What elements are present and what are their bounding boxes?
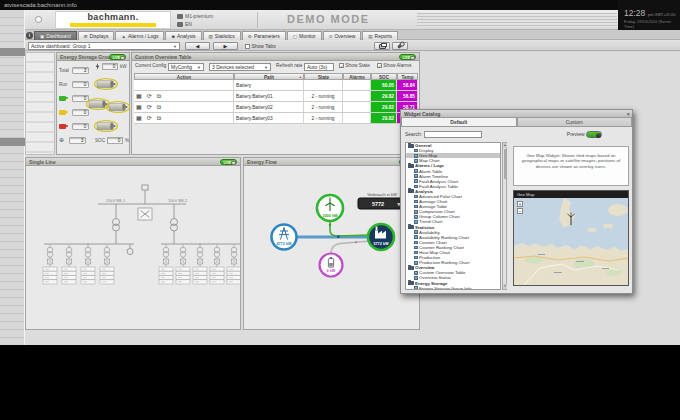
column-header-alarms[interactable]: Alarms [343, 73, 371, 80]
dashboard-next-button[interactable]: ▶ [213, 42, 238, 50]
action-cell: ▦⟳⧉ [134, 91, 234, 101]
panel-title: Energy Flow [247, 159, 277, 165]
widget-icon [414, 215, 418, 219]
battery-node[interactable]: 0 kW [320, 254, 343, 277]
tab-overview[interactable]: ⊙Overview [323, 31, 362, 40]
language-label[interactable]: EN [185, 21, 192, 27]
bus2-label: 20kV BB-2 [168, 198, 188, 203]
column-header-state[interactable]: State [304, 73, 343, 80]
tab-default[interactable]: Default [401, 118, 517, 127]
widget-icon [414, 149, 418, 153]
config-select[interactable]: MyConfig▼ [168, 63, 204, 71]
search-input[interactable] [424, 131, 482, 138]
tab-label: Monitor [299, 33, 316, 39]
checkbox-icon[interactable] [245, 44, 250, 49]
path-cell: Battery.Battery03 [234, 113, 304, 123]
language-icon[interactable] [177, 22, 183, 27]
storage-row: ⊕3 [59, 133, 93, 147]
soc-cell: 60.05 [371, 80, 397, 90]
sync-icon[interactable]: ⟳ [147, 104, 152, 110]
live-toggle[interactable]: LIVE [399, 54, 416, 60]
tab-statistics[interactable]: ▥Statistics [203, 31, 241, 40]
tab-alarms-logs[interactable]: ▲Alarms / Logs [115, 31, 164, 40]
tab-custom[interactable]: Custom [517, 118, 633, 127]
print-button[interactable] [374, 42, 390, 50]
dashboard-prev-button[interactable]: ◀ [185, 42, 210, 50]
column-header-soc[interactable]: SOC [371, 73, 397, 80]
table-row[interactable]: ▦⟳⧉Battery.Battery032 - running29.8258.8… [134, 113, 418, 124]
column-header-action[interactable]: Action [134, 73, 234, 80]
storage-row-label: Run [59, 82, 72, 87]
analysis-icon: ◆ [171, 34, 174, 39]
active-dashboard-select[interactable]: Active dashboard: Group 1▼ [28, 42, 180, 50]
tab-analysis[interactable]: ◆Analysis [165, 31, 201, 40]
column-header-temp[interactable]: Temp [397, 73, 418, 80]
header-radio-icon[interactable] [35, 16, 42, 23]
close-icon[interactable]: × [626, 111, 630, 118]
live-toggle[interactable]: LIVE [220, 159, 237, 165]
info-button[interactable]: i [26, 32, 33, 39]
geo-map-image[interactable] [514, 198, 628, 285]
grid-node[interactable]: 4772 kW [272, 225, 297, 250]
open-icon[interactable]: ⧉ [157, 104, 161, 110]
clock-zone: pm GMT+01:00 [648, 12, 676, 17]
state-cell [304, 80, 343, 90]
show-tabs-checkbox[interactable]: Show Tabs [245, 43, 276, 49]
show-alarms-checkbox[interactable]: ✓ Show Alarms [377, 63, 411, 68]
dashboard-toolbar: Active dashboard: Group 1▼ ◀ ▶ Show Tabs [25, 40, 680, 51]
tab-parameters[interactable]: ⚙Parameters [242, 31, 286, 40]
dialog-titlebar[interactable]: Widget Catalog × [401, 110, 632, 118]
tab-reports[interactable]: ▤Reports [362, 31, 398, 40]
grid-value: 4772 kW [276, 242, 292, 246]
overview-icon: ⊙ [329, 34, 333, 39]
tree-item-energy-storage-group-info[interactable]: Energy Storage Group Info [406, 286, 500, 290]
column-header-path[interactable]: Path▲ [234, 73, 304, 80]
live-toggle[interactable]: LIVE [109, 54, 126, 60]
widget-icon [414, 210, 418, 214]
browser-url-bar[interactable]: atvisescada.bachmann.info ▣⌕ [0, 0, 680, 10]
preview-toggle[interactable] [586, 131, 602, 138]
wind-node[interactable]: 1000 kW [317, 195, 343, 221]
alarms-icon: ▲ [121, 34, 125, 39]
panel-header[interactable]: Energy Storage Group Info LIVE [57, 53, 129, 61]
table-row[interactable]: ▦⟳⧉Battery.Battery012 - running29.8258.8… [134, 91, 418, 102]
panel-header[interactable]: Energy Flow LIVE [244, 158, 419, 166]
widget-icon [414, 154, 418, 158]
url-text: atvisescada.bachmann.info [4, 2, 77, 8]
header-divider [257, 12, 258, 28]
settings-button[interactable] [392, 42, 408, 50]
tab-monitor[interactable]: ▢Monitor [287, 31, 322, 40]
tab-label: Dashboard [46, 33, 70, 39]
open-icon[interactable]: ⧉ [157, 115, 161, 121]
tab-dashboard[interactable]: ▣Dashboard [34, 31, 77, 40]
sync-icon[interactable]: ⟳ [147, 115, 152, 121]
wrench-icon [397, 42, 404, 48]
zoom-in-button[interactable]: + [517, 201, 523, 207]
zoom-out-button[interactable]: − [517, 208, 523, 214]
table-row[interactable]: Battery60.0558.84 [134, 80, 418, 91]
table-row[interactable]: ▦⟳⧉Battery.Battery022 - running29.8258.7… [134, 102, 418, 113]
device-icon[interactable]: ▦ [136, 115, 142, 121]
scroll-up-icon[interactable]: ▲ [503, 143, 507, 148]
soc-cell: 29.82 [371, 102, 397, 112]
battery-icon [328, 257, 333, 267]
soc-unit: % [125, 138, 129, 143]
refresh-select[interactable]: Auto (3s)▼ [304, 63, 334, 71]
path-cell: Battery.Battery01 [234, 91, 304, 101]
folder-icon [408, 144, 414, 148]
device-icon[interactable]: ▦ [136, 104, 142, 110]
widget-description: Geo Map Widget: Shows tiled maps based o… [513, 146, 629, 186]
scroll-down-icon[interactable]: ▼ [503, 284, 507, 289]
brand-logo: bachmann. [55, 11, 171, 29]
panel-header[interactable]: Custom Overview Table LIVE [132, 53, 419, 61]
tree-scrollbar[interactable]: ▲ ▼ [502, 142, 507, 290]
open-icon[interactable]: ⧉ [157, 93, 161, 99]
panel-header[interactable]: Single Line LIVE [26, 158, 240, 166]
scroll-thumb[interactable] [504, 149, 507, 179]
device-icon[interactable]: ▦ [136, 93, 142, 99]
devices-select[interactable]: 3 Devices selected▼ [209, 63, 271, 71]
tab-displays[interactable]: ⊞Displays [78, 31, 115, 40]
sync-icon[interactable]: ⟳ [147, 93, 152, 99]
plant-node[interactable]: 5772 kW [368, 224, 394, 250]
show-state-checkbox[interactable]: ✓ Show State [339, 63, 370, 68]
